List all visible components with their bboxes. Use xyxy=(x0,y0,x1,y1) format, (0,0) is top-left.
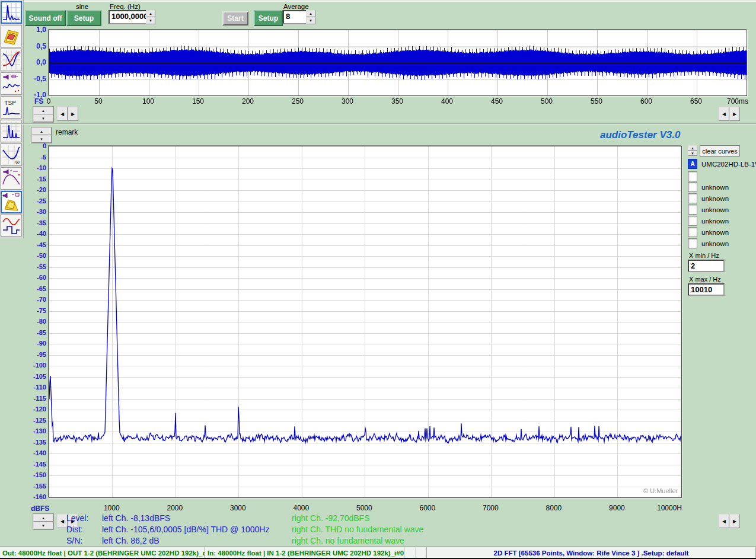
curve-checkbox-active[interactable]: A xyxy=(688,159,697,169)
wave-x-tick-label: 100 xyxy=(136,97,160,106)
status-input-device: In: 48000Hz float | IN 1-2 (BEHRINGER UM… xyxy=(205,547,404,558)
fft-zoom-down-icon[interactable]: ▼ xyxy=(33,522,53,529)
curve-checkbox[interactable] xyxy=(688,216,697,226)
fft-y-tick-label: -110 xyxy=(26,384,46,391)
clear-curves-button[interactable]: clear curves xyxy=(700,145,740,156)
start-button[interactable]: Start xyxy=(222,11,248,25)
curve-row: AUMC202HD-LB-1Vp xyxy=(688,159,756,169)
curve-spin-down-icon[interactable]: ▼ xyxy=(688,151,697,156)
fft-x-tick-label: 7000 xyxy=(476,504,505,512)
wave-y-tick-label: 0,5 xyxy=(24,42,46,50)
copyright-label: © U.Mueller xyxy=(643,487,678,494)
fft-plot[interactable] xyxy=(49,146,682,498)
curve-checkbox[interactable] xyxy=(688,193,697,203)
sidebar-icon-waterfall-3d[interactable] xyxy=(1,25,22,47)
fft-y-tick-label: -70 xyxy=(26,296,46,303)
fft-x-scroll-right-arrows: ◀ ▶ xyxy=(719,514,740,528)
average-label: Average xyxy=(283,3,309,10)
signal-generator-icon xyxy=(2,217,20,235)
generator-setup-button[interactable]: Setup xyxy=(66,10,101,26)
average-spin-up-icon[interactable]: ▲ xyxy=(306,10,315,17)
status-spacer-2 xyxy=(416,547,427,558)
panel-separator xyxy=(0,123,756,124)
curve-checkbox[interactable] xyxy=(688,182,697,192)
wave-x-tick-label: 50 xyxy=(87,97,110,106)
remark-label[interactable]: remark xyxy=(56,128,78,136)
fft-y-tick-label: -130 xyxy=(26,427,46,435)
fft-y-tick-label: -120 xyxy=(26,405,46,413)
freq-spin-down-icon[interactable]: ▼ xyxy=(146,17,155,24)
sound-off-button[interactable]: Sound off xyxy=(25,10,66,26)
fft-x-tick-label: 2000 xyxy=(160,504,190,512)
analyzer-setup-button[interactable]: Setup xyxy=(254,10,283,26)
fft-x-tick-label: 6000 xyxy=(413,504,442,512)
wave-x-tick-label: 400 xyxy=(435,97,459,106)
curve-label: unknown xyxy=(701,240,729,247)
fft-y-tick-label: -100 xyxy=(26,362,46,369)
wave-x-tick-label: 0 xyxy=(37,97,60,106)
fft-scroll-right2-icon[interactable]: ▶ xyxy=(729,514,740,528)
waveform-plot[interactable] xyxy=(49,30,747,96)
curve-spin-up-icon[interactable]: ▲ xyxy=(688,145,697,151)
freq-spin-up-icon[interactable]: ▲ xyxy=(146,10,155,17)
curve-checkbox[interactable] xyxy=(688,205,697,215)
average-input[interactable]: 8 xyxy=(283,10,308,24)
fft-y-tick-label: -85 xyxy=(26,329,46,336)
sidebar-icon-fft-spectrum[interactable] xyxy=(1,1,22,24)
wave-zoom-down-icon[interactable]: ▼ xyxy=(33,114,53,122)
fft-zoom-up-icon[interactable]: ▲ xyxy=(33,514,53,522)
sidebar-icon-impedance-omega[interactable]: ω xyxy=(1,143,22,166)
sidebar-icon-speaker-book[interactable] xyxy=(1,191,22,213)
wave-scroll-right-icon[interactable]: ▶ xyxy=(68,107,78,121)
remark-spinner: ▲ ▼ xyxy=(31,127,52,143)
sidebar-icon-speaker-response[interactable] xyxy=(1,167,22,190)
svg-text:TSP: TSP xyxy=(4,100,16,107)
sidebar-icon-freq-response[interactable] xyxy=(1,49,22,71)
remark-spin-up-icon[interactable]: ▲ xyxy=(31,127,52,135)
curve-label: UMC202HD-LB-1Vp xyxy=(701,161,756,168)
level-left-value: left Ch. -8,13dBFS xyxy=(102,513,170,523)
dist-label: Dist: xyxy=(66,525,83,534)
wave-x-tick-label: 450 xyxy=(485,97,509,106)
wave-y-tick-label: -0,5 xyxy=(24,75,46,83)
sn-label: S/N: xyxy=(66,536,82,545)
curve-checkbox[interactable] xyxy=(688,227,697,237)
generator-type-label: sine xyxy=(76,3,88,10)
curve-row: unknown xyxy=(688,193,756,203)
waveform-canvas[interactable] xyxy=(49,30,747,95)
fft-x-end-label: 10000H xyxy=(654,504,685,512)
speaker-measure-icon xyxy=(2,74,20,93)
fft-y-tick-label: -95 xyxy=(26,351,46,358)
curve-checkbox[interactable] xyxy=(688,238,697,248)
status-output-device: Out: 48000Hz float | OUT 1-2 (BEHRINGER … xyxy=(0,547,205,558)
fft-y-tick-label: -105 xyxy=(26,373,46,380)
xmax-input[interactable]: 10010 xyxy=(688,283,725,296)
fft-y-tick-label: -90 xyxy=(26,340,46,347)
fft-y-tick-label: -10 xyxy=(26,164,46,171)
freq-label: Freq. (Hz) xyxy=(110,3,141,10)
fft-y-tick-label: -60 xyxy=(26,274,46,281)
fft-y-tick-label: -80 xyxy=(26,318,46,325)
curve-checkbox[interactable] xyxy=(688,171,697,181)
wave-scroll-right2-icon[interactable]: ▶ xyxy=(729,107,740,121)
curve-row: unknown xyxy=(688,238,756,248)
dist-left-value: left Ch. -105,6/0,0005 [dB/%] THD @ 1000… xyxy=(102,525,269,534)
average-spinner: ▲ ▼ xyxy=(306,10,315,24)
xmax-label: X max / Hz xyxy=(689,276,721,283)
wave-scroll-left-icon[interactable]: ◀ xyxy=(57,107,68,121)
wave-y-tick-label: 0,0 xyxy=(24,58,46,66)
xmin-input[interactable]: 2 xyxy=(688,260,725,272)
fft-canvas[interactable] xyxy=(49,146,681,497)
fft-y-tick-label: -15 xyxy=(26,175,46,183)
sidebar-icon-speaker-measure[interactable] xyxy=(1,72,22,95)
freq-input[interactable]: 1000,0000 xyxy=(109,10,148,24)
wave-scroll-left2-icon[interactable]: ◀ xyxy=(719,107,729,121)
curve-row: unknown xyxy=(688,216,756,226)
sidebar-icon-tsp[interactable]: TSP xyxy=(1,96,22,119)
wave-zoom-up-icon[interactable]: ▲ xyxy=(33,107,53,114)
dist-right-value: right Ch. THD no fundamental wave xyxy=(292,525,423,534)
fft-scroll-left2-icon[interactable]: ◀ xyxy=(719,514,729,528)
average-spin-down-icon[interactable]: ▼ xyxy=(306,17,315,24)
sidebar-icon-signal-generator[interactable] xyxy=(1,215,22,237)
wave-y-tick-label: 1,0 xyxy=(24,25,46,34)
